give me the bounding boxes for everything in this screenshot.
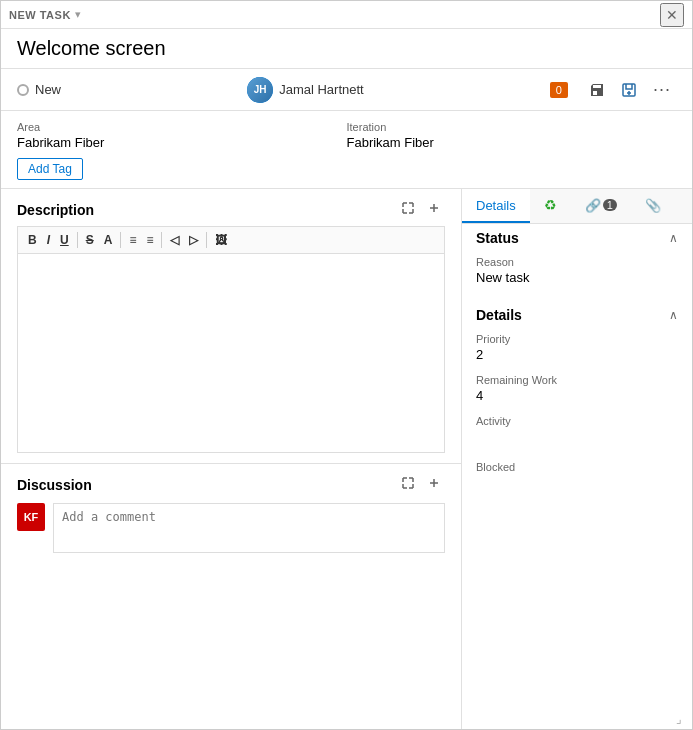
comment-input[interactable]	[53, 503, 445, 553]
strikethrough-button[interactable]: S	[82, 231, 98, 249]
blocked-value[interactable]	[476, 475, 678, 495]
comment-icon: 0	[550, 82, 568, 98]
title-bar: NEW TASK ▾ ✕	[1, 1, 692, 29]
description-editor[interactable]	[17, 253, 445, 453]
toolbar-actions: ···	[584, 75, 676, 104]
comment-row: KF	[17, 503, 445, 553]
underline-button[interactable]: U	[56, 231, 73, 249]
priority-field: Priority 2	[462, 329, 692, 370]
toolbar-row: New JH Jamal Hartnett 0 ···	[1, 69, 692, 111]
tab-history[interactable]: ♻	[530, 189, 571, 223]
reason-value[interactable]: New task	[476, 270, 678, 285]
commenter-avatar: KF	[17, 503, 45, 531]
discussion-header: Discussion	[17, 474, 445, 495]
tool-separator-3	[161, 232, 162, 248]
priority-value[interactable]: 2	[476, 347, 678, 362]
attachment-icon: 📎	[645, 198, 661, 213]
save-as-button[interactable]	[616, 78, 642, 102]
discussion-section: Discussion KF	[1, 463, 461, 563]
user-name: Jamal Hartnett	[279, 82, 364, 97]
reason-label: Reason	[476, 256, 678, 268]
tab-attachments[interactable]: 📎	[631, 189, 675, 223]
activity-label: Activity	[476, 415, 678, 427]
close-button[interactable]: ✕	[660, 3, 684, 27]
main-content: Description B I U	[1, 188, 692, 729]
area-value[interactable]: Fabrikam Fiber	[17, 135, 347, 150]
iteration-value[interactable]: Fabrikam Fiber	[347, 135, 677, 150]
collapse-discussion-button[interactable]	[423, 474, 445, 495]
save-button[interactable]	[584, 78, 610, 102]
page-title: Welcome screen	[17, 37, 676, 60]
title-bar-left: NEW TASK ▾	[9, 8, 81, 21]
description-title: Description	[17, 202, 94, 218]
tool-separator-4	[206, 232, 207, 248]
activity-value[interactable]	[476, 429, 678, 449]
indent-button[interactable]: ▷	[185, 231, 202, 249]
main-window: NEW TASK ▾ ✕ Welcome screen New JH Jamal…	[0, 0, 693, 730]
iteration-label: Iteration	[347, 121, 677, 133]
blocked-label: Blocked	[476, 461, 678, 473]
ordered-list-button[interactable]: ≡	[142, 231, 157, 249]
unordered-list-button[interactable]: ≡	[125, 231, 140, 249]
editor-toolbar: B I U S A ≡ ≡ ◁ ▷ 🖼	[17, 226, 445, 253]
iteration-field-group: Iteration Fabrikam Fiber	[347, 121, 677, 150]
status-title: Status	[476, 230, 519, 246]
resize-handle[interactable]: ⌟	[676, 713, 688, 725]
comment-badge[interactable]: 0	[550, 82, 568, 98]
description-actions	[397, 199, 445, 220]
add-tag-button[interactable]: Add Tag	[17, 158, 83, 180]
title-label: NEW TASK	[9, 9, 71, 21]
image-button[interactable]: 🖼	[211, 231, 231, 249]
blocked-field: Blocked	[462, 457, 692, 503]
status-section-header[interactable]: Status ∧	[462, 224, 692, 252]
highlight-button[interactable]: A	[100, 231, 117, 249]
history-icon: ♻	[544, 197, 557, 213]
more-icon: ···	[653, 79, 671, 100]
tool-separator-1	[77, 232, 78, 248]
discussion-title: Discussion	[17, 477, 92, 493]
area-field-group: Area Fabrikam Fiber	[17, 121, 347, 150]
right-tabs: Details ♻ 🔗 1 📎	[462, 189, 692, 224]
remaining-work-field: Remaining Work 4	[462, 370, 692, 411]
remaining-work-label: Remaining Work	[476, 374, 678, 386]
assigned-user[interactable]: JH Jamal Hartnett	[77, 77, 534, 103]
outdent-button[interactable]: ◁	[166, 231, 183, 249]
state-dot-icon	[17, 84, 29, 96]
fields-row: Area Fabrikam Fiber Iteration Fabrikam F…	[1, 111, 692, 150]
details-section-header[interactable]: Details ∧	[462, 301, 692, 329]
area-label: Area	[17, 121, 347, 133]
left-panel: Description B I U	[1, 189, 462, 729]
details-chevron-icon: ∧	[669, 308, 678, 322]
avatar: JH	[247, 77, 273, 103]
link-icon: 🔗	[585, 198, 601, 213]
description-header: Description	[17, 199, 445, 220]
tool-separator-2	[120, 232, 121, 248]
activity-field: Activity	[462, 411, 692, 457]
avatar-image: JH	[247, 77, 273, 103]
tab-details-label: Details	[476, 198, 516, 213]
links-badge: 1	[603, 199, 617, 211]
more-actions-button[interactable]: ···	[648, 75, 676, 104]
title-pin[interactable]: ▾	[75, 8, 81, 21]
remaining-work-value[interactable]: 4	[476, 388, 678, 403]
tab-details[interactable]: Details	[462, 189, 530, 223]
italic-button[interactable]: I	[43, 231, 54, 249]
add-tag-row: Add Tag	[1, 150, 692, 188]
priority-label: Priority	[476, 333, 678, 345]
expand-description-button[interactable]	[397, 199, 419, 220]
expand-discussion-button[interactable]	[397, 474, 419, 495]
status-chevron-icon: ∧	[669, 231, 678, 245]
details-title: Details	[476, 307, 522, 323]
collapse-description-button[interactable]	[423, 199, 445, 220]
tab-links[interactable]: 🔗 1	[571, 189, 631, 223]
state-label: New	[35, 82, 61, 97]
description-section: Description B I U	[1, 189, 461, 463]
state-badge[interactable]: New	[17, 82, 61, 97]
page-title-bar: Welcome screen	[1, 29, 692, 69]
right-panel: Details ♻ 🔗 1 📎 Status ∧ Reason	[462, 189, 692, 729]
discussion-actions	[397, 474, 445, 495]
reason-field: Reason New task	[462, 252, 692, 293]
bold-button[interactable]: B	[24, 231, 41, 249]
